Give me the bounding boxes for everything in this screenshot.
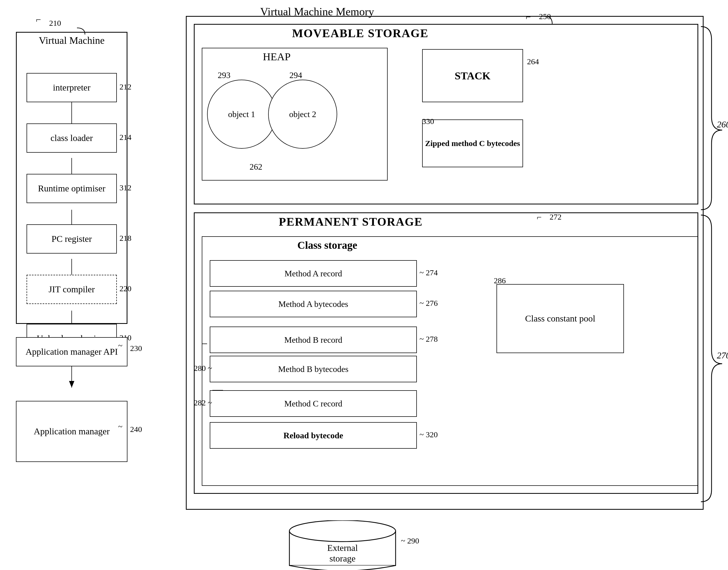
app-manager-tilde: ~ (118, 422, 123, 431)
heap-title: HEAP (263, 50, 290, 63)
jit-compiler-num: 220 (119, 284, 132, 293)
svg-text:External: External (327, 543, 357, 553)
method-b-record-num: ~ 278 (420, 334, 438, 343)
method-a-record-box: Method A record (210, 260, 417, 287)
app-manager-num: 240 (130, 425, 142, 434)
method-b-bytecodes-num: 280 ~ (194, 364, 212, 373)
runtime-optimiser-num: 312 (119, 183, 132, 192)
runtime-optimiser-box: Runtime optimiser (27, 174, 117, 203)
external-storage-svg: External storage (287, 520, 398, 570)
class-loader-box: class loader (27, 123, 117, 153)
obj2-num: 294 (289, 70, 302, 80)
object1-circle: object 1 (207, 80, 276, 149)
class-constant-pool-box: Class constant pool (496, 284, 624, 353)
reload-bytecode-num: ~ 320 (420, 430, 438, 439)
svg-text:storage: storage (329, 554, 355, 563)
permanent-storage-title: PERMANENT STORAGE (279, 215, 423, 229)
method-b-bytecodes-box: Method B bytecodes (210, 356, 417, 382)
external-storage-container: External storage (287, 520, 398, 570)
svg-marker-12 (69, 381, 74, 387)
method-b-record-box: Method B record (210, 327, 417, 353)
const-pool-num: 286 (494, 276, 506, 285)
api-box: Application manager API (16, 337, 128, 366)
jit-compiler-box: JIT compiler (27, 275, 117, 304)
stack-box: STACK (422, 49, 523, 102)
api-num: 230 (130, 344, 142, 353)
class-storage-title: Class storage (297, 239, 357, 251)
method-c-record-num: 282 ~ (194, 398, 212, 407)
method-a-record-num: ~ 274 (420, 268, 438, 277)
heap-num: 262 (250, 162, 262, 172)
permanent-bracket: ⌐ (536, 212, 542, 222)
external-storage-num: ~ 290 (401, 536, 419, 545)
bracket-270: 270 (717, 350, 728, 360)
zipped-num: 330 (422, 117, 434, 126)
method-a-bytecodes-box: Method A bytecodes (210, 291, 417, 317)
vm-bracket-symbol: ⌐ (36, 15, 41, 25)
api-tilde: ~ (118, 341, 123, 350)
moveable-storage-title: MOVEABLE STORAGE (292, 27, 429, 40)
pc-register-box: PC register (27, 224, 117, 254)
pc-register-num: 218 (119, 234, 132, 243)
interpreter-num: 212 (119, 82, 132, 91)
vm-title: Virtual Machine (21, 34, 122, 46)
class-loader-num: 214 (119, 133, 132, 142)
method-a-bytecodes-num: ~ 276 (420, 299, 438, 308)
zipped-box: Zipped method C bytecodes (422, 119, 523, 167)
object2-circle: object 2 (268, 80, 337, 149)
method-c-record-box: Method C record (210, 390, 417, 417)
obj1-num: 293 (218, 70, 230, 80)
svg-point-18 (289, 520, 396, 542)
permanent-num: 272 (549, 212, 561, 221)
bracket-260: 260 (717, 119, 728, 129)
app-manager-box: Application manager (16, 401, 128, 462)
vm-bracket-num: 210 (49, 19, 61, 28)
reload-bytecode-box: Reload bytecode (210, 422, 417, 449)
stack-num: 264 (527, 57, 539, 66)
interpreter-box: interpreter (27, 73, 117, 102)
